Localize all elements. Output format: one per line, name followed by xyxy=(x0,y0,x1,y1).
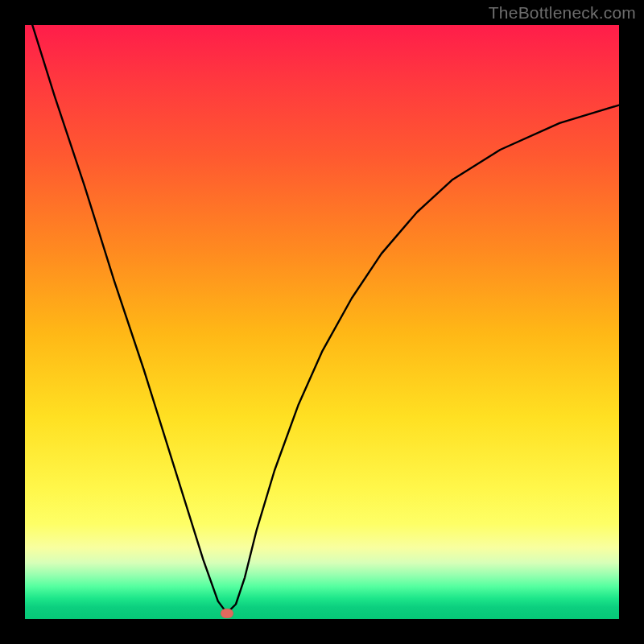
optimum-marker xyxy=(221,609,233,618)
chart-frame: TheBottleneck.com xyxy=(0,0,644,644)
curve-svg xyxy=(25,25,619,619)
plot-area xyxy=(25,25,619,619)
bottleneck-curve xyxy=(25,25,619,613)
watermark-text: TheBottleneck.com xyxy=(489,3,636,23)
